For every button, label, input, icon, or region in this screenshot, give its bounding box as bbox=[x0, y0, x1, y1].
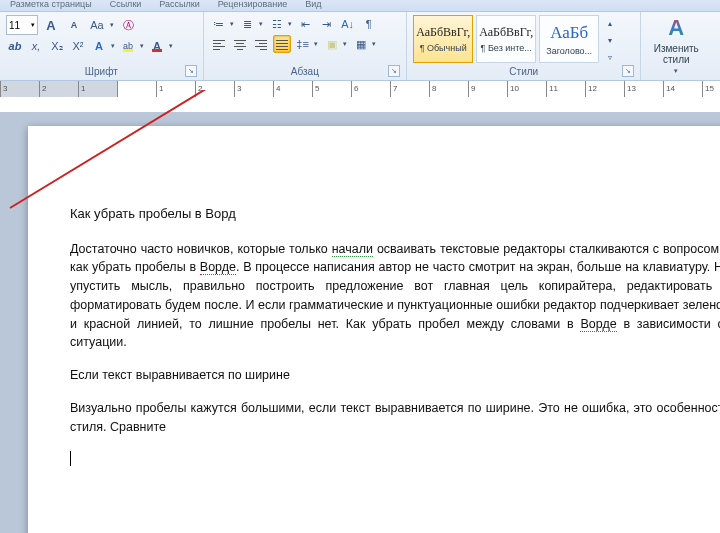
align-center-button[interactable] bbox=[231, 35, 249, 53]
styles-scroll-down[interactable]: ▾ bbox=[602, 32, 618, 48]
bold-button[interactable]: ab bbox=[6, 37, 24, 55]
borders-button[interactable]: ▦ bbox=[352, 35, 370, 53]
styles-dialog-launcher[interactable]: ↘ bbox=[622, 65, 634, 77]
tab-links[interactable]: Ссылки bbox=[110, 0, 142, 8]
text-cursor bbox=[70, 451, 71, 466]
style-no-spacing[interactable]: АаБбВвГг, ¶ Без инте... bbox=[476, 15, 536, 63]
shrink-font-button[interactable]: A bbox=[64, 15, 84, 35]
shading-button[interactable]: ▣ bbox=[323, 35, 341, 53]
group-paragraph-label: Абзац↘ bbox=[210, 66, 401, 78]
font-size-combo[interactable]: 11▾ bbox=[6, 15, 38, 35]
doc-cursor-line bbox=[70, 450, 720, 469]
styles-gallery-expand[interactable]: ▿ bbox=[602, 49, 618, 65]
styles-scroll-up[interactable]: ▴ bbox=[602, 15, 618, 31]
group-paragraph: ≔▾ ≣▾ ☷▾ ⇤ ⇥ A↓ ¶ ‡≡▾ ▣▾ ▦▾ Абзац↘ bbox=[204, 12, 408, 80]
sort-button[interactable]: A↓ bbox=[339, 15, 357, 33]
group-font-label: Шрифт↘ bbox=[6, 66, 197, 78]
bullets-button[interactable]: ≔ bbox=[210, 15, 228, 33]
show-marks-button[interactable]: ¶ bbox=[360, 15, 378, 33]
group-font: 11▾ A A Aa▾ Ⓐ ab x, X₂ X² A▾ ab▾ A▾ Шриф… bbox=[0, 12, 204, 80]
tab-review[interactable]: Рецензирование bbox=[218, 0, 288, 8]
italic-button[interactable]: x, bbox=[27, 37, 45, 55]
text-effects-button[interactable]: A bbox=[90, 37, 108, 55]
font-dialog-launcher[interactable]: ↘ bbox=[185, 65, 197, 77]
doc-paragraph-3: Визуально пробелы кажутся большими, если… bbox=[70, 399, 720, 437]
group-change-styles: A Изменить стили ▾ bbox=[641, 12, 720, 80]
ribbon-tabs: Разметка страницы Ссылки Рассылки Реценз… bbox=[0, 0, 720, 12]
document-area: Как убрать пробелы в Ворд Достаточно час… bbox=[0, 112, 720, 533]
tab-layout[interactable]: Разметка страницы bbox=[10, 0, 92, 8]
line-spacing-button[interactable]: ‡≡ bbox=[294, 35, 312, 53]
ruler[interactable]: 3211234567891011121314151617 bbox=[0, 81, 720, 114]
multilevel-button[interactable]: ☷ bbox=[268, 15, 286, 33]
page[interactable]: Как убрать пробелы в Ворд Достаточно час… bbox=[28, 126, 720, 533]
numbering-button[interactable]: ≣ bbox=[239, 15, 257, 33]
change-case-button[interactable]: Aa bbox=[87, 15, 107, 35]
paragraph-dialog-launcher[interactable]: ↘ bbox=[388, 65, 400, 77]
font-color-button[interactable]: A bbox=[148, 37, 166, 55]
style-heading[interactable]: АаБб Заголово... bbox=[539, 15, 599, 63]
align-left-button[interactable] bbox=[210, 35, 228, 53]
ribbon: 11▾ A A Aa▾ Ⓐ ab x, X₂ X² A▾ ab▾ A▾ Шриф… bbox=[0, 12, 720, 81]
highlight-button[interactable]: ab bbox=[119, 37, 137, 55]
group-styles-label: Стили↘ bbox=[413, 66, 634, 78]
doc-paragraph-1: Достаточно часто новичков, которые тольк… bbox=[70, 240, 720, 353]
doc-paragraph-2: Если текст выравнивается по ширине bbox=[70, 366, 720, 385]
superscript-button[interactable]: X² bbox=[69, 37, 87, 55]
align-justify-button[interactable] bbox=[273, 35, 291, 53]
clear-format-button[interactable]: Ⓐ bbox=[118, 15, 138, 35]
tab-view[interactable]: Вид bbox=[305, 0, 321, 8]
group-styles: АаБбВвГг, ¶ Обычный АаБбВвГг, ¶ Без инте… bbox=[407, 12, 641, 80]
align-right-button[interactable] bbox=[252, 35, 270, 53]
style-normal[interactable]: АаБбВвГг, ¶ Обычный bbox=[413, 15, 473, 63]
change-styles-button[interactable]: A Изменить стили ▾ bbox=[647, 15, 705, 75]
decrease-indent-button[interactable]: ⇤ bbox=[297, 15, 315, 33]
increase-indent-button[interactable]: ⇥ bbox=[318, 15, 336, 33]
doc-title: Как убрать пробелы в Ворд bbox=[70, 204, 720, 224]
grow-font-button[interactable]: A bbox=[41, 15, 61, 35]
tab-mail[interactable]: Рассылки bbox=[159, 0, 199, 8]
subscript-button[interactable]: X₂ bbox=[48, 37, 66, 55]
